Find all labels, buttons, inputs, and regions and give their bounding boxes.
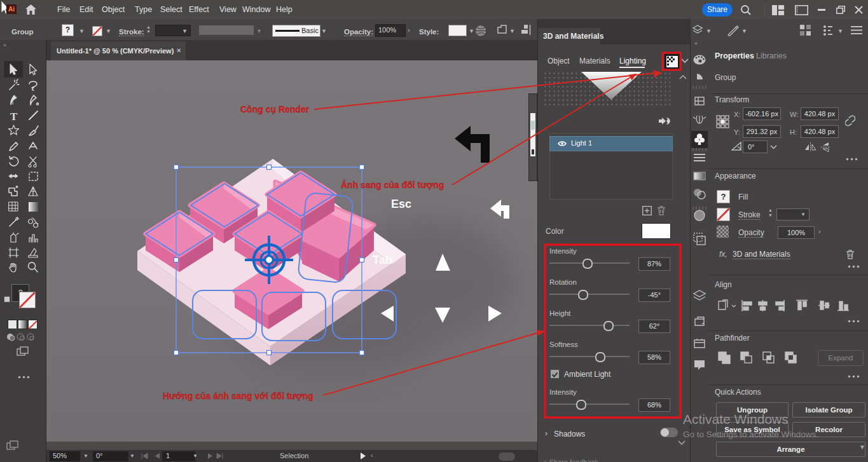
svg-text:Ánh sang của đối tượng: Ánh sang của đối tượng <box>341 180 444 190</box>
svg-text:T: T <box>10 111 18 123</box>
svg-text:Tab: Tab <box>373 254 392 266</box>
svg-text:Công cụ Render: Công cụ Render <box>240 104 310 114</box>
svg-text:Hướng của ánh sang với đối tượ: Hướng của ánh sang với đối tượng <box>163 391 313 401</box>
svg-text:Esc: Esc <box>391 198 411 210</box>
